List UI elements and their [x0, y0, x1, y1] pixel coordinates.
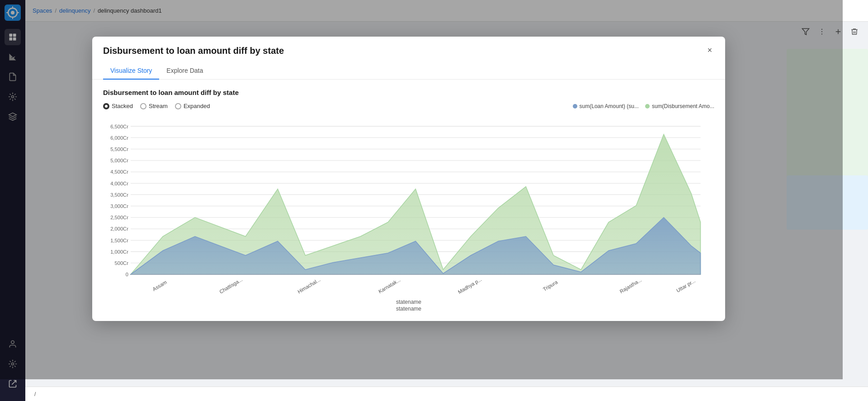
svg-text:Karnatak...: Karnatak... — [377, 277, 401, 294]
x-axis-title: statename — [103, 306, 714, 312]
chart-section-title: Disbursement to loan amount diff by stat… — [103, 89, 714, 96]
svg-text:0: 0 — [126, 272, 128, 277]
chart-svg: 0 500Cr 1,000Cr 1,500Cr 2,000Cr 2,500Cr … — [103, 113, 714, 303]
bottom-bar: / — [25, 387, 868, 401]
svg-text:Himachal...: Himachal... — [297, 277, 321, 294]
chart-controls: Stacked Stream Expanded sum(Loan Amount) — [103, 103, 714, 109]
svg-text:6,500Cr: 6,500Cr — [110, 123, 128, 129]
legend-label-disbursement: sum(Disbursement Amo... — [652, 103, 714, 109]
modal-overlay[interactable]: Disbursement to loan amount diff by stat… — [0, 0, 843, 379]
radio-label-stream: Stream — [149, 103, 168, 109]
x-axis-label: statename — [396, 299, 421, 305]
legend-label-loan: sum(Loan Amount) (su... — [580, 103, 639, 109]
radio-label-stacked: Stacked — [112, 103, 133, 109]
svg-text:500Cr: 500Cr — [114, 260, 128, 266]
modal-tabs: Visualize Story Explore Data — [103, 62, 714, 79]
svg-text:2,000Cr: 2,000Cr — [110, 226, 128, 231]
chart-radio-group: Stacked Stream Expanded — [103, 103, 210, 109]
svg-text:Tripura: Tripura — [542, 279, 559, 292]
radio-stream[interactable]: Stream — [140, 103, 168, 109]
radio-stacked[interactable]: Stacked — [103, 103, 133, 109]
modal-header: Disbursement to loan amount diff by stat… — [92, 37, 725, 80]
svg-text:5,500Cr: 5,500Cr — [110, 146, 128, 152]
modal-dialog: Disbursement to loan amount diff by stat… — [92, 37, 725, 321]
svg-text:Chattisga...: Chattisga... — [218, 277, 243, 295]
tab-visualize-story[interactable]: Visualize Story — [103, 62, 159, 80]
svg-text:Madhya p...: Madhya p... — [457, 276, 482, 295]
svg-text:4,000Cr: 4,000Cr — [110, 180, 128, 186]
legend-item-disbursement: sum(Disbursement Amo... — [645, 103, 714, 109]
x-axis-labels: Assam Chattisga... Himachal... Karnatak.… — [151, 276, 696, 295]
modal-title: Disbursement to loan amount diff by stat… — [103, 46, 714, 56]
tab-explore-data[interactable]: Explore Data — [159, 62, 210, 80]
svg-text:3,000Cr: 3,000Cr — [110, 203, 128, 209]
chart-container: 0 500Cr 1,000Cr 1,500Cr 2,000Cr 2,500Cr … — [103, 113, 714, 303]
radio-dot-expanded — [175, 103, 181, 109]
radio-dot-stream — [140, 103, 146, 109]
svg-text:Rajastha...: Rajastha... — [619, 277, 642, 294]
svg-text:Uttar pr...: Uttar pr... — [675, 278, 696, 293]
svg-text:6,000Cr: 6,000Cr — [110, 135, 128, 141]
legend-dot-loan — [573, 104, 577, 109]
legend-dot-disbursement — [645, 104, 650, 109]
svg-text:1,500Cr: 1,500Cr — [110, 237, 128, 243]
delete-icon[interactable] — [848, 25, 861, 38]
chart-legend: sum(Loan Amount) (su... sum(Disbursement… — [573, 103, 714, 109]
bottom-tab-1-label: / — [34, 391, 36, 397]
svg-text:2,500Cr: 2,500Cr — [110, 215, 128, 220]
modal-close-button[interactable]: × — [703, 44, 716, 57]
bottom-tab-1[interactable]: / — [31, 389, 39, 399]
svg-text:Assam: Assam — [151, 279, 167, 292]
svg-text:1,000Cr: 1,000Cr — [110, 249, 128, 255]
radio-label-expanded: Expanded — [184, 103, 210, 109]
radio-expanded[interactable]: Expanded — [175, 103, 210, 109]
svg-line-15 — [12, 381, 16, 385]
modal-body: Disbursement to loan amount diff by stat… — [92, 80, 725, 321]
svg-text:3,500Cr: 3,500Cr — [110, 192, 128, 198]
svg-text:5,000Cr: 5,000Cr — [110, 158, 128, 163]
svg-text:4,500Cr: 4,500Cr — [110, 169, 128, 175]
legend-item-loan: sum(Loan Amount) (su... — [573, 103, 639, 109]
radio-dot-stacked — [103, 103, 109, 109]
